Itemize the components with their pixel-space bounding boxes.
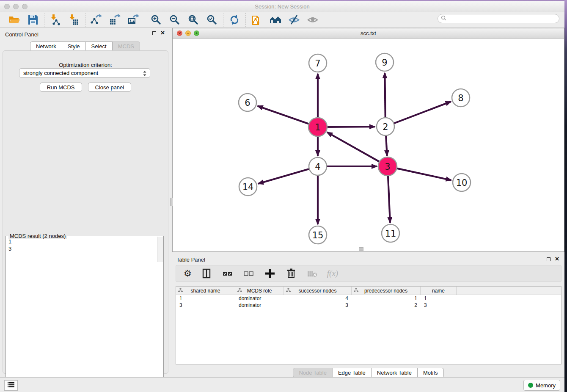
column-header-MCDS-role[interactable]: MCDS role <box>235 287 284 295</box>
network-window-title: scc.txt <box>173 30 564 36</box>
zoom-selected-icon[interactable] <box>205 14 219 26</box>
delete-column-icon[interactable] <box>285 267 297 280</box>
table-panel-title: Table Panel <box>176 257 205 263</box>
column-view-icon[interactable] <box>200 267 213 280</box>
app-title: Session: New Session <box>0 3 564 10</box>
tab-mcds[interactable]: MCDS <box>113 41 140 51</box>
hide-details-icon[interactable] <box>287 14 301 26</box>
chevron-up-down-icon <box>142 70 147 78</box>
search-input[interactable] <box>448 15 559 22</box>
graph-node-7[interactable]: 7 <box>309 54 327 72</box>
node-table: shared nameMCDS rolesuccessor nodesprede… <box>176 286 561 364</box>
zoom-fit-icon[interactable] <box>187 14 200 26</box>
edge-2-3[interactable] <box>386 136 387 156</box>
graph-node-11[interactable]: 11 <box>382 224 399 242</box>
function-builder-icon: f(x) <box>327 269 338 278</box>
graph-node-2[interactable]: 2 <box>377 118 394 135</box>
table-cell[interactable]: 1 <box>176 295 235 302</box>
edge-2-8[interactable] <box>394 102 451 123</box>
zoom-in-icon[interactable] <box>149 14 163 26</box>
add-column-icon[interactable] <box>264 267 276 280</box>
run-mcds-button[interactable]: Run MCDS <box>40 83 82 92</box>
graph-node-6[interactable]: 6 <box>239 94 256 111</box>
gear-icon[interactable]: ⚙ <box>184 269 192 278</box>
table-row[interactable]: 3dominator323 <box>176 302 561 309</box>
open-file-icon[interactable] <box>8 14 21 26</box>
criterion-select[interactable]: strongly connected component <box>19 68 150 78</box>
table-cell[interactable]: 3 <box>176 302 235 309</box>
table-cell[interactable]: 1 <box>352 295 421 302</box>
float-table-panel-icon[interactable] <box>547 257 550 261</box>
home-icon[interactable] <box>269 14 282 26</box>
tab-motifs[interactable]: Motifs <box>418 368 444 378</box>
svg-text:1: 1 <box>315 122 320 133</box>
table-cell[interactable]: 3 <box>421 302 457 309</box>
column-header-shared-name[interactable]: shared name <box>176 287 235 295</box>
graph-node-8[interactable]: 8 <box>452 89 470 107</box>
table-panel: Table Panel ✕ ⚙f(x) shared nameMCDS role… <box>172 253 564 377</box>
graph-node-15[interactable]: 15 <box>309 226 327 244</box>
close-panel-icon[interactable]: ✕ <box>160 31 165 35</box>
edge-1-6[interactable] <box>258 106 309 124</box>
tab-network[interactable]: Network <box>30 41 62 51</box>
table-cell[interactable]: 3 <box>284 302 352 309</box>
tab-style[interactable]: Style <box>62 41 86 51</box>
export-table-icon[interactable] <box>108 14 122 26</box>
graph-node-3[interactable]: 3 <box>378 157 397 176</box>
mcds-panel-body: Optimization criterion: strongly connect… <box>3 50 168 374</box>
tab-network-table[interactable]: Network Table <box>372 368 418 378</box>
zoom-out-icon[interactable] <box>168 14 182 26</box>
refresh-layout-icon[interactable] <box>228 14 241 26</box>
table-cell[interactable]: 1 <box>421 295 457 302</box>
task-history-button[interactable] <box>4 380 18 391</box>
edge-4-14[interactable] <box>258 169 309 184</box>
edge-3-10[interactable] <box>396 168 451 180</box>
close-table-panel-icon[interactable]: ✕ <box>555 257 559 261</box>
unselect-all-icon[interactable] <box>242 267 255 280</box>
svg-text:11: 11 <box>385 229 396 239</box>
criterion-selected-value: strongly connected component <box>23 70 98 76</box>
edge-3-11[interactable] <box>388 176 390 223</box>
svg-text:8: 8 <box>458 93 463 103</box>
graph-node-9[interactable]: 9 <box>376 53 394 71</box>
table-tabs: Node TableEdge TableNetwork TableMotifs <box>172 368 564 378</box>
export-network-icon[interactable] <box>90 14 103 26</box>
edge-1-2[interactable] <box>327 127 375 127</box>
table-cell[interactable]: 4 <box>284 295 352 302</box>
select-all-icon[interactable] <box>221 267 234 280</box>
svg-text:10: 10 <box>456 178 468 188</box>
graph-node-4[interactable]: 4 <box>309 157 327 175</box>
float-panel-icon[interactable] <box>152 31 156 35</box>
column-header-successor-nodes[interactable]: successor nodes <box>284 287 352 295</box>
close-panel-button[interactable]: Close panel <box>88 83 132 92</box>
column-header-predecessor-nodes[interactable]: predecessor nodes <box>352 287 421 295</box>
graph-node-14[interactable]: 14 <box>239 178 257 196</box>
clone-network-icon[interactable] <box>250 14 264 26</box>
import-table-icon[interactable] <box>67 14 81 26</box>
mcds-result-list: 1 3 <box>6 238 157 392</box>
tab-edge-table[interactable]: Edge Table <box>333 368 372 378</box>
graph-node-1[interactable]: 1 <box>308 118 327 136</box>
tab-select[interactable]: Select <box>86 41 113 51</box>
network-view-window: ✕ − + scc.txt 7968124314101511 <box>172 28 564 252</box>
control-panel-title: Control Panel <box>5 31 39 38</box>
table-cell[interactable]: 2 <box>352 302 421 309</box>
search-box[interactable] <box>438 14 559 23</box>
table-row[interactable]: 1dominator411 <box>176 295 561 302</box>
memory-button[interactable]: Memory <box>523 380 560 391</box>
column-header-name[interactable]: name <box>421 287 457 295</box>
edge-3-1[interactable] <box>327 132 380 162</box>
tab-node-table[interactable]: Node Table <box>293 368 333 378</box>
show-details-icon[interactable] <box>306 14 319 26</box>
import-network-icon[interactable] <box>49 14 62 26</box>
table-cell[interactable]: dominator <box>235 295 284 302</box>
network-canvas[interactable]: 7968124314101511 <box>173 39 564 251</box>
result-scrollbar[interactable] <box>157 237 163 262</box>
app-titlebar: Session: New Session <box>0 1 564 12</box>
canvas-hscroll-thumb[interactable] <box>359 247 363 251</box>
save-session-icon[interactable] <box>26 14 40 26</box>
graph-node-10[interactable]: 10 <box>453 174 471 191</box>
export-image-icon[interactable] <box>127 14 140 26</box>
edge-2-9[interactable] <box>385 73 385 117</box>
table-cell[interactable]: dominator <box>235 302 284 309</box>
